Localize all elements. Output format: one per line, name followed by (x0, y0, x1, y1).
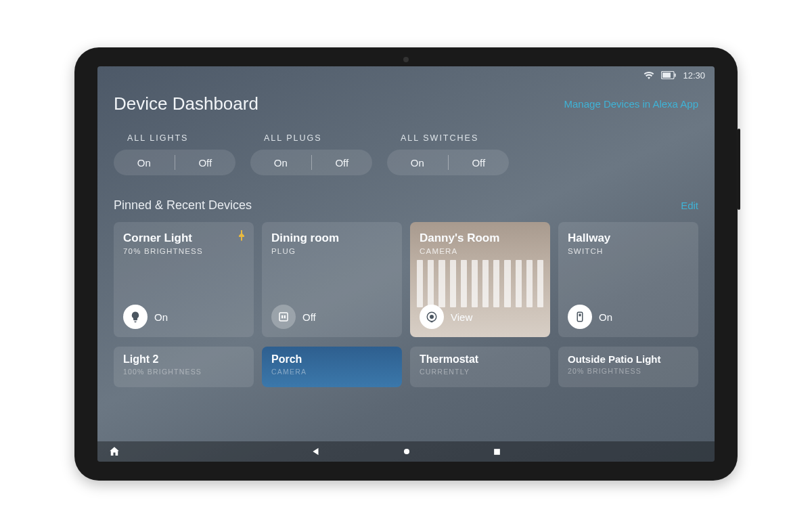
device-card-porch[interactable]: Porch CAMERA (262, 347, 402, 387)
device-card-dining-room[interactable]: Dining room PLUG Off (262, 222, 402, 337)
quick-groups: ALL LIGHTS On Off ALL PLUGS On Off (114, 133, 698, 175)
status-time: 12:30 (683, 70, 705, 81)
device-state: On (154, 311, 168, 323)
device-subtitle: SWITCH (568, 247, 689, 255)
svg-rect-8 (431, 321, 433, 322)
manage-devices-link[interactable]: Manage Devices in Alexa App (564, 98, 698, 110)
all-lights-toggle: On Off (114, 150, 235, 175)
all-switches-toggle: On Off (387, 150, 509, 175)
plug-icon (271, 305, 296, 329)
device-card-outside-patio-light[interactable]: Outside Patio Light 20% BRIGHTNESS (558, 347, 698, 387)
nav-back-button[interactable] (311, 447, 321, 456)
device-title: Outside Patio Light (568, 353, 689, 365)
device-state: View (451, 311, 472, 323)
edit-link[interactable]: Edit (681, 200, 698, 211)
group-label: ALL SWITCHES (387, 133, 509, 143)
camera-icon (420, 305, 444, 329)
all-lights-on-button[interactable]: On (114, 157, 175, 169)
device-subtitle: CAMERA (271, 368, 392, 376)
device-state: On (599, 311, 612, 323)
device-title: Corner Light (123, 232, 244, 245)
group-label: ALL LIGHTS (114, 133, 235, 143)
all-plugs-toggle: On Off (250, 150, 372, 175)
svg-rect-9 (577, 312, 583, 322)
smarthome-icon[interactable] (108, 445, 120, 458)
group-all-switches: ALL SWITCHES On Off (387, 133, 509, 175)
svg-rect-1 (675, 73, 676, 76)
device-title: Porch (271, 353, 392, 366)
device-grid-row2: Light 2 100% BRIGHTNESS Porch CAMERA The… (114, 347, 698, 387)
device-title: Light 2 (123, 353, 244, 366)
device-card-hallway[interactable]: Hallway SWITCH On (558, 222, 698, 337)
tablet-frame: 12:30 Device Dashboard Manage Devices in… (74, 47, 738, 481)
svg-rect-2 (663, 72, 671, 78)
svg-rect-5 (284, 315, 286, 319)
device-card-dannys-room[interactable]: Danny's Room CAMERA View (410, 222, 550, 337)
device-state: Off (302, 311, 316, 323)
system-nav-bar (97, 441, 715, 462)
svg-rect-10 (579, 314, 581, 317)
battery-icon (661, 71, 676, 79)
bulb-icon (123, 305, 148, 329)
all-switches-off-button[interactable]: Off (449, 157, 510, 169)
all-plugs-on-button[interactable]: On (250, 157, 311, 169)
side-button (738, 129, 740, 210)
group-all-plugs: ALL PLUGS On Off (250, 133, 372, 175)
svg-rect-4 (281, 315, 283, 319)
nav-home-button[interactable] (402, 447, 411, 456)
device-subtitle: 20% BRIGHTNESS (568, 367, 689, 375)
svg-point-7 (430, 315, 434, 319)
all-lights-off-button[interactable]: Off (175, 157, 236, 169)
svg-point-11 (403, 449, 409, 454)
switch-icon (568, 305, 592, 329)
front-camera (403, 57, 409, 62)
device-title: Dining room (271, 232, 392, 245)
device-subtitle: CURRENTLY (420, 368, 541, 376)
device-subtitle: PLUG (271, 247, 392, 255)
device-grid: Corner Light 70% BRIGHTNESS On (114, 222, 698, 337)
device-card-thermostat[interactable]: Thermostat CURRENTLY (410, 347, 550, 387)
svg-rect-3 (279, 313, 288, 321)
group-label: ALL PLUGS (250, 133, 372, 143)
device-title: Danny's Room (420, 232, 541, 245)
section-title: Pinned & Recent Devices (114, 198, 252, 213)
device-card-light-2[interactable]: Light 2 100% BRIGHTNESS (114, 347, 254, 387)
nav-recents-button[interactable] (493, 447, 501, 456)
screen: 12:30 Device Dashboard Manage Devices in… (97, 66, 715, 462)
device-title: Hallway (568, 232, 689, 245)
device-card-corner-light[interactable]: Corner Light 70% BRIGHTNESS On (114, 222, 254, 337)
camera-preview (410, 260, 550, 307)
device-subtitle: 70% BRIGHTNESS (123, 247, 244, 255)
all-plugs-off-button[interactable]: Off (312, 157, 373, 169)
all-switches-on-button[interactable]: On (387, 157, 448, 169)
device-title: Thermostat (420, 353, 541, 366)
pin-icon (238, 230, 246, 244)
group-all-lights: ALL LIGHTS On Off (114, 133, 235, 175)
device-subtitle: CAMERA (420, 247, 541, 255)
device-subtitle: 100% BRIGHTNESS (123, 368, 244, 376)
status-bar: 12:30 (97, 66, 715, 84)
page-title: Device Dashboard (114, 93, 258, 114)
wifi-icon (644, 71, 654, 79)
svg-rect-12 (494, 449, 500, 455)
